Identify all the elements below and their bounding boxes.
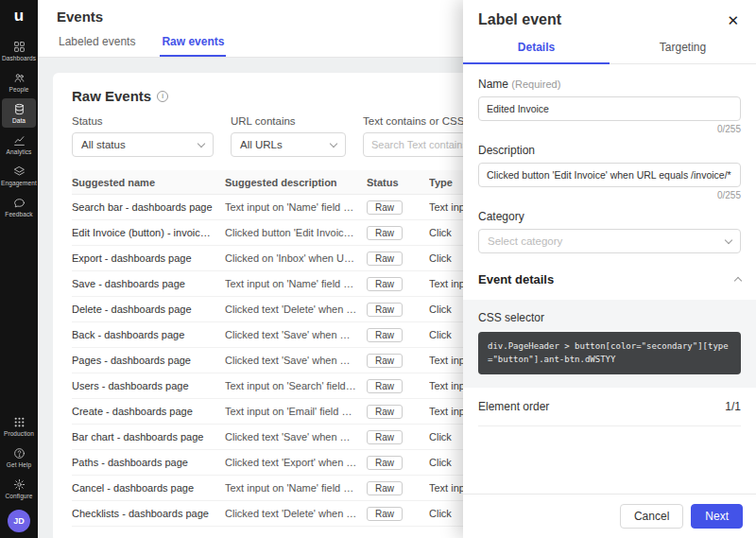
sidebar-item-configure[interactable]: Configure xyxy=(2,474,36,503)
cell-suggested-name: Save - dashboards page xyxy=(72,278,225,289)
panel-tabs: Details Targeting xyxy=(463,35,756,64)
cell-suggested-name: Edit Invoice (button) - invoice page xyxy=(72,227,225,238)
cell-status: Raw xyxy=(367,379,429,393)
cell-suggested-description: Clicked text 'Save' when URL eq... xyxy=(225,355,367,366)
cell-suggested-description: Clicked text 'Save' when URL eq... xyxy=(225,431,367,443)
tab-raw-events[interactable]: Raw events xyxy=(160,27,226,57)
category-placeholder: Select category xyxy=(488,235,562,247)
column-header-status[interactable]: Status xyxy=(367,177,429,188)
cell-suggested-name: Cancel - dashboards page xyxy=(72,482,225,494)
production-icon xyxy=(13,416,26,428)
url-filter-label: URL contains xyxy=(231,115,346,127)
status-badge: Raw xyxy=(367,354,403,368)
cell-status: Raw xyxy=(367,507,429,521)
css-selector-label: CSS selector xyxy=(478,311,741,324)
element-order-value: 1/1 xyxy=(725,400,741,413)
status-badge: Raw xyxy=(367,456,403,470)
event-details-title: Event details xyxy=(478,272,554,286)
sidebar-item-engagement[interactable]: Engagement xyxy=(2,161,36,190)
chevron-down-icon xyxy=(198,139,205,147)
cell-status: Raw xyxy=(367,303,429,317)
sidebar-item-label: Feedback xyxy=(5,211,32,217)
status-badge: Raw xyxy=(367,328,403,342)
status-badge: Raw xyxy=(367,303,403,317)
cell-suggested-description: Text input on 'Name' field when... xyxy=(225,201,367,213)
info-icon[interactable]: i xyxy=(157,91,168,102)
dashboards-icon xyxy=(13,41,26,53)
cell-suggested-name: Users - dashboards page xyxy=(72,380,225,391)
status-badge: Raw xyxy=(367,226,403,240)
engagement-icon xyxy=(13,165,26,178)
status-badge: Raw xyxy=(367,252,403,266)
analytics-icon xyxy=(13,134,26,147)
sidebar-item-dashboards[interactable]: Dashboards xyxy=(2,36,36,65)
panel-footer: Cancel Next xyxy=(463,494,756,538)
sidebar-item-label: Configure xyxy=(5,493,32,499)
column-header-suggested-name[interactable]: Suggested name xyxy=(72,177,225,188)
cell-status: Raw xyxy=(367,481,429,495)
cancel-button[interactable]: Cancel xyxy=(620,504,683,529)
sidebar-item-label: Analytics xyxy=(7,148,32,155)
cell-status: Raw xyxy=(367,200,429,215)
cell-suggested-description: Clicked text 'Save' when URL eq... xyxy=(225,329,367,340)
sidebar-item-label: Engagement xyxy=(1,180,37,186)
event-details-section-header[interactable]: Event details xyxy=(478,269,741,292)
close-icon[interactable]: ✕ xyxy=(725,11,741,29)
cell-suggested-description: Text input on 'Email' field when... xyxy=(225,406,367,417)
cell-suggested-name: Pages - dashboards page xyxy=(72,355,225,366)
feedback-icon xyxy=(13,197,26,209)
url-filter-value: All URLs xyxy=(240,139,283,150)
cell-suggested-description: Clicked button 'Edit Invoice' whe... xyxy=(225,227,367,238)
description-char-count: 0/255 xyxy=(478,190,741,200)
cell-suggested-name: Create - dashboards page xyxy=(72,406,225,417)
status-badge: Raw xyxy=(367,200,403,215)
sidebar-item-analytics[interactable]: Analytics xyxy=(2,130,36,159)
status-filter-select[interactable]: All status xyxy=(72,132,214,157)
cell-suggested-name: Checklists - dashboards page xyxy=(72,508,225,519)
user-avatar[interactable]: JD xyxy=(8,510,30,532)
cell-suggested-description: Text input on 'Name' field when... xyxy=(225,482,367,494)
cell-suggested-name: Search bar - dashboards page xyxy=(72,201,225,213)
column-header-suggested-description[interactable]: Suggested description xyxy=(225,177,367,188)
sidebar-item-label: Dashboards xyxy=(2,55,36,61)
status-filter-group: Status All status xyxy=(72,115,214,157)
chevron-up-icon xyxy=(734,277,742,285)
category-select[interactable]: Select category xyxy=(478,229,741,253)
sidebar-item-people[interactable]: People xyxy=(2,67,36,96)
sidebar-item-data[interactable]: Data xyxy=(2,98,36,128)
sidebar-item-get-help[interactable]: Get Help xyxy=(2,443,36,472)
category-field-label: Category xyxy=(478,210,741,223)
element-order-label: Element order xyxy=(478,400,549,413)
required-hint: (Required) xyxy=(511,78,560,90)
next-button[interactable]: Next xyxy=(691,504,743,529)
tab-details[interactable]: Details xyxy=(463,35,610,64)
status-filter-value: All status xyxy=(81,139,126,150)
name-field[interactable] xyxy=(478,96,741,121)
url-filter-select[interactable]: All URLs xyxy=(231,132,346,157)
element-order-row: Element order 1/1 xyxy=(478,388,741,426)
name-field-label: Name (Required) xyxy=(478,78,741,91)
cell-suggested-description: Clicked text 'Delete' when URL e... xyxy=(225,508,367,519)
cell-suggested-name: Paths - dashboards page xyxy=(72,457,225,468)
cell-status: Raw xyxy=(367,328,429,342)
sidebar-item-production[interactable]: Production xyxy=(2,411,36,441)
cell-suggested-description: Text input on 'Name' field when... xyxy=(225,278,367,289)
cell-suggested-description: Text input on 'Search' field whe... xyxy=(225,380,367,391)
css-selector-value: div.PageHeader > button[color="secondary… xyxy=(478,332,741,374)
cell-suggested-description: Clicked text 'Export' when URL e... xyxy=(225,457,367,468)
cell-suggested-name: Back - dashboards page xyxy=(72,329,225,340)
gear-icon xyxy=(13,478,26,491)
app-logo[interactable]: u xyxy=(14,8,24,24)
cell-suggested-description: Clicked on 'Inbox' when URL eq... xyxy=(225,252,367,264)
tab-targeting[interactable]: Targeting xyxy=(610,35,756,64)
url-filter-group: URL contains All URLs xyxy=(231,115,346,157)
status-badge: Raw xyxy=(367,379,403,393)
cell-status: Raw xyxy=(367,430,429,444)
cell-status: Raw xyxy=(367,226,429,240)
section-title: Raw Events xyxy=(72,88,151,104)
cell-status: Raw xyxy=(367,405,429,419)
sidebar-item-label: Data xyxy=(12,117,26,124)
tab-labeled-events[interactable]: Labeled events xyxy=(57,27,137,57)
description-field[interactable] xyxy=(478,163,741,187)
sidebar-item-feedback[interactable]: Feedback xyxy=(2,192,36,221)
